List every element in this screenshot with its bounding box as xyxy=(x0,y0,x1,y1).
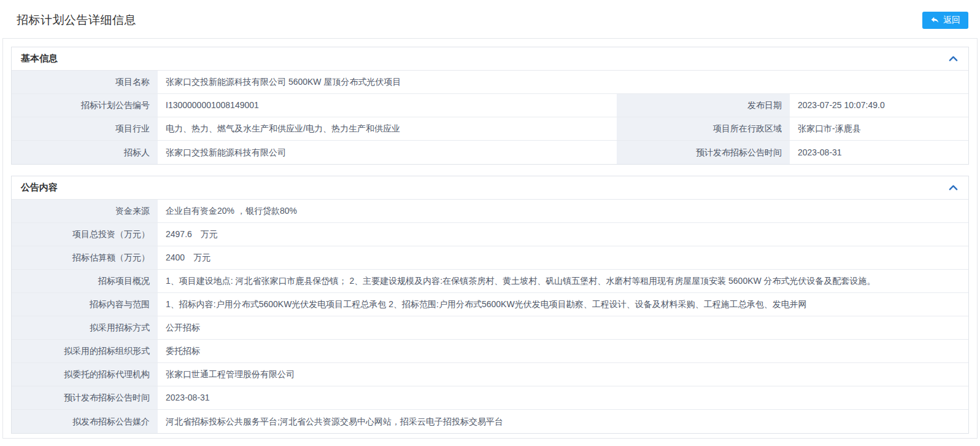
back-button-label: 返回 xyxy=(943,15,960,26)
table-row: 招标内容与范围 1、招标内容:户用分布式5600KW光伏发电项目工程总承包 2、… xyxy=(12,293,968,316)
table-row: 预计发布招标公告时间 2023-08-31 xyxy=(12,386,968,410)
panel-announcement-content-header: 公告内容 xyxy=(12,176,968,200)
field-value: 张家口交投新能源科技有限公司 5600KW 屋顶分布式光伏项目 xyxy=(158,71,968,93)
field-value: 企业自有资金20% ，银行贷款80% xyxy=(158,200,968,222)
panel-basic-info: 基本信息 项目名称 张家口交投新能源科技有限公司 5600KW 屋顶分布式光伏项… xyxy=(11,47,969,165)
field-label: 项目总投资（万元） xyxy=(12,223,158,246)
panel-basic-info-title: 基本信息 xyxy=(21,53,58,65)
table-row: 拟发布招标公告媒介 河北省招标投标公共服务平台;河北省公共资源交易中心网站，招采… xyxy=(12,410,968,433)
field-value: 电力、热力、燃气及水生产和供应业/电力、热力生产和供应业 xyxy=(158,117,617,140)
field-label: 发布日期 xyxy=(617,94,790,117)
panel-announcement-content: 公告内容 资金来源 企业自有资金20% ，银行贷款80% 项目总投资（万元） 2… xyxy=(11,176,969,434)
table-row: 资金来源 企业自有资金20% ，银行贷款80% xyxy=(12,200,968,223)
field-label: 招标估算额（万元） xyxy=(12,246,158,269)
field-label: 资金来源 xyxy=(12,200,158,222)
field-value: 2023-08-31 xyxy=(158,386,968,409)
field-value: 公开招标 xyxy=(158,316,968,339)
field-label: 招标人 xyxy=(12,141,158,164)
table-row: 拟采用的招标组织形式 委托招标 xyxy=(12,340,968,363)
field-value: 1、招标内容:户用分布式5600KW光伏发电项目工程总承包 2、招标范围:户用分… xyxy=(158,293,968,316)
field-value: 2023-08-31 xyxy=(790,141,968,164)
panel-announcement-content-title: 公告内容 xyxy=(21,182,58,194)
table-row: 项目总投资（万元） 2497.6 万元 xyxy=(12,223,968,246)
field-value: 张家口世通工程管理股份有限公司 xyxy=(158,363,968,386)
field-value: 1、项目建设地点: 河北省张家口市鹿县保岱镇； 2、主要建设规模及内容:在保镇茶… xyxy=(158,270,968,292)
field-value: I1300000001008149001 xyxy=(158,94,617,117)
field-value: 张家口交投新能源科技有限公司 xyxy=(158,141,617,164)
field-label: 项目名称 xyxy=(12,71,158,93)
field-label: 拟发布招标公告媒介 xyxy=(12,410,158,433)
chevron-up-icon[interactable] xyxy=(947,54,959,63)
table-row: 项目名称 张家口交投新能源科技有限公司 5600KW 屋顶分布式光伏项目 xyxy=(12,71,968,94)
field-label: 拟采用的招标组织形式 xyxy=(12,340,158,362)
field-value: 2497.6 万元 xyxy=(158,223,968,246)
detail-card: 基本信息 项目名称 张家口交投新能源科技有限公司 5600KW 屋顶分布式光伏项… xyxy=(2,38,978,439)
field-value: 2023-07-25 10:07:49.0 xyxy=(790,94,968,117)
field-label: 预计发布招标公告时间 xyxy=(617,141,790,164)
table-row: 招标项目概况 1、项目建设地点: 河北省张家口市鹿县保岱镇； 2、主要建设规模及… xyxy=(12,270,968,293)
table-row: 项目行业 电力、热力、燃气及水生产和供应业/电力、热力生产和供应业 项目所在行政… xyxy=(12,117,968,141)
table-row: 招标估算额（万元） 2400 万元 xyxy=(12,246,968,270)
page-title: 招标计划公告详细信息 xyxy=(17,12,136,28)
field-label: 招标内容与范围 xyxy=(12,293,158,316)
reply-arrow-icon xyxy=(930,15,939,25)
chevron-up-icon[interactable] xyxy=(947,183,959,192)
field-label: 项目行业 xyxy=(12,117,158,140)
field-label: 预计发布招标公告时间 xyxy=(12,386,158,409)
field-value: 委托招标 xyxy=(158,340,968,362)
field-value: 2400 万元 xyxy=(158,246,968,269)
field-label: 拟采用招标方式 xyxy=(12,316,158,339)
panel-basic-info-header: 基本信息 xyxy=(12,47,968,71)
table-row: 招标计划公告编号 I1300000001008149001 发布日期 2023-… xyxy=(12,94,968,117)
field-label: 项目所在行政区域 xyxy=(617,117,790,140)
back-button[interactable]: 返回 xyxy=(922,12,968,29)
page-header: 招标计划公告详细信息 返回 xyxy=(0,0,980,38)
field-label: 招标项目概况 xyxy=(12,270,158,292)
table-row: 拟委托的招标代理机构 张家口世通工程管理股份有限公司 xyxy=(12,363,968,386)
field-value: 河北省招标投标公共服务平台;河北省公共资源交易中心网站，招采云电子招投标交易平台 xyxy=(158,410,968,433)
table-row: 招标人 张家口交投新能源科技有限公司 预计发布招标公告时间 2023-08-31 xyxy=(12,141,968,164)
field-label: 招标计划公告编号 xyxy=(12,94,158,117)
table-row: 拟采用招标方式 公开招标 xyxy=(12,316,968,340)
field-label: 拟委托的招标代理机构 xyxy=(12,363,158,386)
field-value: 张家口市-涿鹿县 xyxy=(790,117,968,140)
